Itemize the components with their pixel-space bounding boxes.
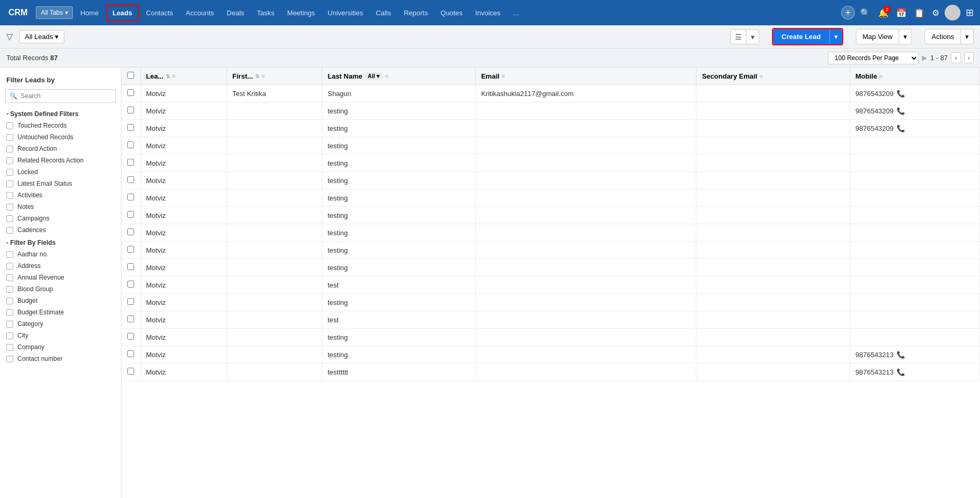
row-checkbox-0[interactable] bbox=[127, 89, 134, 96]
records-bar: Total Records 87 100 Records Per Page ▶ … bbox=[0, 49, 980, 68]
row-checkbox-2[interactable] bbox=[127, 124, 134, 131]
add-new-button[interactable]: + bbox=[841, 6, 855, 20]
filter-notes[interactable]: Notes bbox=[0, 201, 121, 213]
table-row: Motviz testing bbox=[121, 294, 980, 311]
settings-button[interactable]: ⚙ bbox=[930, 6, 941, 20]
create-lead-wrapper: Create Lead ▾ bbox=[772, 28, 843, 45]
row-checkbox-4[interactable] bbox=[127, 159, 134, 166]
filter-campaigns[interactable]: Campaigns bbox=[0, 213, 121, 224]
filter-icon[interactable]: ▽ bbox=[6, 32, 13, 42]
nav-contacts[interactable]: Contacts bbox=[141, 6, 178, 20]
next-page-button[interactable]: › bbox=[964, 52, 974, 63]
nav-leads[interactable]: Leads bbox=[106, 5, 139, 21]
nav-universities[interactable]: Universities bbox=[323, 6, 369, 20]
row-checkbox-1[interactable] bbox=[127, 107, 134, 113]
nav-home[interactable]: Home bbox=[75, 6, 104, 20]
filter-locked[interactable]: Locked bbox=[0, 166, 121, 178]
filter-city[interactable]: City bbox=[0, 330, 121, 341]
search-input[interactable] bbox=[5, 89, 116, 103]
row-checkbox-9[interactable] bbox=[127, 246, 134, 253]
all-leads-dropdown[interactable]: All Leads ▾ bbox=[19, 30, 64, 43]
row-checkbox-12[interactable] bbox=[127, 298, 134, 305]
filter-untouched-records[interactable]: Untouched Records bbox=[0, 131, 121, 143]
contacts-book-button[interactable]: 📋 bbox=[912, 6, 927, 20]
nav-invoices[interactable]: Invoices bbox=[470, 6, 506, 20]
select-all-checkbox[interactable] bbox=[127, 72, 134, 79]
notifications-button[interactable]: 🔔 2 bbox=[876, 6, 891, 20]
secondary-email-col-filter-icon[interactable]: ≡ bbox=[759, 73, 762, 79]
map-view-button[interactable]: Map View bbox=[856, 29, 900, 44]
actions-dropdown-button[interactable]: ▾ bbox=[961, 29, 974, 44]
nav-accounts[interactable]: Accounts bbox=[181, 6, 219, 20]
filter-budget-estimate[interactable]: Budget Estimate bbox=[0, 307, 121, 318]
filter-blood-group[interactable]: Blood Group bbox=[0, 283, 121, 295]
row-mobile-14 bbox=[850, 329, 979, 346]
lastname-col-filter-icon[interactable]: ≡ bbox=[385, 73, 388, 79]
email-col-filter-icon[interactable]: ≡ bbox=[502, 73, 505, 79]
calendar-button[interactable]: 📅 bbox=[894, 6, 909, 20]
row-lastname-13: test bbox=[322, 311, 476, 329]
row-checkbox-16[interactable] bbox=[127, 368, 134, 375]
lead-sort-icon[interactable]: ⇅ bbox=[166, 73, 170, 79]
apps-grid-button[interactable]: ⊞ bbox=[964, 5, 976, 21]
row-checkbox-5[interactable] bbox=[127, 176, 134, 183]
nav-deals[interactable]: Deals bbox=[221, 6, 249, 20]
row-checkbox-15[interactable] bbox=[127, 350, 134, 357]
filter-latest-email-status[interactable]: Latest Email Status bbox=[0, 178, 121, 189]
main-content: Filter Leads by 🔍 - System Defined Filte… bbox=[0, 68, 980, 498]
nav-reports[interactable]: Reports bbox=[399, 6, 434, 20]
nav-meetings[interactable]: Meetings bbox=[282, 6, 321, 20]
actions-button[interactable]: Actions bbox=[925, 29, 961, 44]
filter-company[interactable]: Company bbox=[0, 341, 121, 353]
phone-call-icon[interactable]: 📞 bbox=[897, 90, 905, 98]
row-lead-9: Motviz bbox=[140, 242, 227, 259]
row-checkbox-6[interactable] bbox=[127, 194, 134, 200]
create-lead-dropdown-button[interactable]: ▾ bbox=[830, 29, 842, 44]
mobile-col-filter-icon[interactable]: ≡ bbox=[879, 73, 882, 79]
filter-category[interactable]: Category bbox=[0, 318, 121, 330]
lastname-all-tag[interactable]: All ▾ bbox=[364, 72, 383, 80]
all-tabs-button[interactable]: All Tabs ▾ bbox=[36, 6, 73, 19]
map-view-dropdown-button[interactable]: ▾ bbox=[899, 29, 912, 44]
firstname-sort-icon[interactable]: ⇅ bbox=[255, 73, 259, 79]
search-icon-button[interactable]: 🔍 bbox=[858, 6, 873, 20]
nav-quotes[interactable]: Quotes bbox=[435, 6, 468, 20]
filter-touched-records[interactable]: Touched Records bbox=[0, 120, 121, 131]
phone-call-icon[interactable]: 📞 bbox=[897, 107, 905, 115]
user-avatar[interactable] bbox=[945, 5, 960, 21]
filter-related-records-action[interactable]: Related Records Action bbox=[0, 155, 121, 166]
row-checkbox-11[interactable] bbox=[127, 281, 134, 288]
nav-tasks[interactable]: Tasks bbox=[252, 6, 280, 20]
row-lead-2: Motviz bbox=[140, 120, 227, 137]
nav-calls[interactable]: Calls bbox=[371, 6, 397, 20]
per-page-select[interactable]: 100 Records Per Page bbox=[828, 52, 919, 64]
lead-col-filter-icon[interactable]: ≡ bbox=[172, 73, 175, 79]
filter-budget[interactable]: Budget bbox=[0, 295, 121, 307]
view-dropdown-button[interactable]: ▾ bbox=[747, 30, 759, 44]
row-checkbox-14[interactable] bbox=[127, 333, 134, 340]
phone-call-icon[interactable]: 📞 bbox=[897, 351, 905, 359]
list-view-button[interactable]: ☰ bbox=[731, 30, 746, 44]
row-checkbox-3[interactable] bbox=[127, 141, 134, 148]
filter-aadhar[interactable]: Aadhar no. bbox=[0, 248, 121, 260]
row-checkbox-13[interactable] bbox=[127, 315, 134, 322]
firstname-col-filter-icon[interactable]: ≡ bbox=[261, 73, 265, 79]
filter-address[interactable]: Address bbox=[0, 260, 121, 272]
nav-more[interactable]: ... bbox=[508, 6, 524, 20]
row-secondary-email-3 bbox=[696, 137, 850, 155]
phone-call-icon[interactable]: 📞 bbox=[897, 368, 905, 376]
filter-checkbox[interactable] bbox=[6, 122, 13, 129]
row-checkbox-10[interactable] bbox=[127, 263, 134, 270]
row-select-cell bbox=[121, 155, 140, 172]
prev-page-button[interactable]: ‹ bbox=[951, 52, 960, 63]
filter-cadences[interactable]: Cadences bbox=[0, 224, 121, 236]
row-checkbox-8[interactable] bbox=[127, 228, 134, 235]
filter-annual-revenue[interactable]: Annual Revenue bbox=[0, 272, 121, 283]
create-lead-button[interactable]: Create Lead bbox=[773, 29, 829, 44]
row-email-3 bbox=[476, 137, 696, 155]
filter-record-action[interactable]: Record Action bbox=[0, 143, 121, 155]
row-checkbox-7[interactable] bbox=[127, 211, 134, 218]
phone-call-icon[interactable]: 📞 bbox=[897, 125, 905, 132]
filter-activities[interactable]: Activities bbox=[0, 189, 121, 201]
filter-contact-number[interactable]: Contact number bbox=[0, 353, 121, 365]
